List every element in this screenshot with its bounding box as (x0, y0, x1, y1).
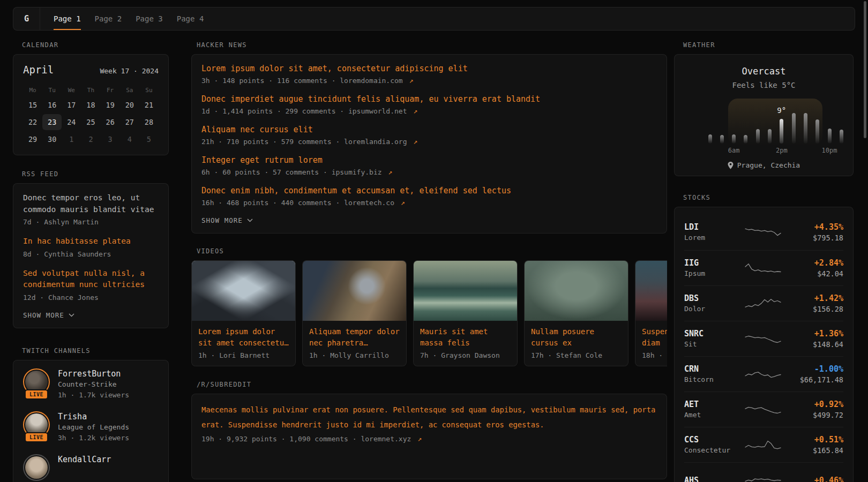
calendar-day[interactable]: 26 (101, 114, 120, 130)
stock-row-ahs[interactable]: AHS+0.46% (684, 462, 843, 482)
stock-symbol: AET (684, 399, 744, 410)
stock-id: DBSDolor (684, 293, 744, 314)
calendar-day[interactable]: 3 (101, 131, 120, 147)
video-card[interactable]: Suspendissediam18h · Tara (635, 260, 667, 366)
calendar-day[interactable]: 25 (81, 114, 100, 130)
rss-show-more-button[interactable]: SHOW MORE (23, 311, 159, 319)
show-more-label: SHOW MORE (23, 311, 64, 319)
videos-row: Lorem ipsum dolorsit amet consectetu…1h … (191, 260, 667, 366)
calendar-day[interactable]: 1 (62, 131, 81, 147)
stock-row-aet[interactable]: AETAmet+0.92%$499.72 (684, 391, 843, 427)
hn-show-more-button[interactable]: SHOW MORE (201, 216, 657, 224)
hn-item-meta: 21h · 710 points · 579 comments · loreml… (201, 137, 657, 147)
calendar-day[interactable]: 24 (62, 114, 81, 130)
video-thumbnail-concrete-towers-sky-cross (192, 261, 295, 321)
calendar-day[interactable]: 5 (139, 131, 159, 147)
calendar-day[interactable]: 28 (139, 114, 159, 130)
calendar-day-selected[interactable]: 23 (42, 114, 62, 130)
calendar-day[interactable]: 30 (42, 131, 62, 147)
hn-item-title[interactable]: Donec imperdiet augue tincidunt felis al… (201, 94, 657, 104)
calendar-section-title: CALENDAR (22, 42, 169, 49)
twitch-channel-name[interactable]: Trisha (58, 411, 129, 422)
twitch-section-title: TWITCH CHANNELS (22, 348, 169, 355)
video-card[interactable]: Lorem ipsum dolorsit amet consectetu…1h … (191, 260, 296, 366)
calendar-day[interactable]: 27 (120, 114, 139, 130)
calendar-day[interactable]: 29 (23, 131, 42, 147)
tab-page-1[interactable]: Page 1 (54, 7, 81, 30)
stock-row-dbs[interactable]: DBSDolor+1.42%$156.28 (684, 285, 843, 321)
stock-name: Dolor (684, 304, 744, 314)
calendar-grid: MoTuWeThFrSaSu15161718192021222324252627… (23, 84, 159, 147)
video-title[interactable]: Suspendissediam (642, 326, 667, 349)
stock-row-ccs[interactable]: CCSConsectetur+0.51%$165.84 (684, 427, 843, 462)
video-meta: 7h · Grayson Dawson (420, 351, 511, 359)
twitch-channel-game: Counter-Strike (58, 379, 129, 390)
video-card[interactable]: Mauris sit ametmassa felis7h · Grayson D… (413, 260, 518, 366)
external-link-icon[interactable]: ↗ (409, 138, 418, 146)
stock-name: Lorem (684, 232, 744, 243)
tab-page-3[interactable]: Page 3 (136, 7, 163, 30)
stock-row-snrc[interactable]: SNRCSit+1.36%$148.64 (684, 321, 843, 356)
twitch-avatar-wrap: LIVE (23, 411, 50, 441)
tab-page-2[interactable]: Page 2 (95, 7, 122, 30)
calendar-day[interactable]: 15 (23, 97, 42, 113)
video-card-body: Suspendissediam18h · Tara (635, 321, 667, 366)
reddit-item-title[interactable]: Maecenas mollis pulvinar erat non posuer… (201, 403, 657, 432)
external-link-icon[interactable]: ↗ (384, 168, 393, 176)
video-card[interactable]: Nullam posuerecursus ex17h · Stefan Cole (524, 260, 628, 366)
rss-item-title[interactable]: In hac habitasse platea (23, 236, 159, 247)
video-card-body: Lorem ipsum dolorsit amet consectetu…1h … (192, 321, 295, 366)
rss-item-title[interactable]: Sed volutpat nulla nisl, a condimentum n… (23, 268, 159, 291)
weather-axis-tick: 10pm (822, 147, 837, 154)
weather-axis-tick: 2pm (776, 147, 788, 154)
stock-sparkline (744, 225, 782, 240)
rss-card: Donec tempor eros leo, ut commodo mauris… (13, 183, 169, 328)
rss-item-title[interactable]: Donec tempor eros leo, ut commodo mauris… (23, 192, 159, 215)
calendar-day[interactable]: 2 (81, 131, 100, 147)
hn-item-title[interactable]: Integer eget rutrum lorem (201, 155, 657, 165)
tab-page-4[interactable]: Page 4 (177, 7, 204, 30)
stock-price: $156.28 (813, 304, 843, 314)
calendar-day[interactable]: 22 (23, 114, 42, 130)
video-title[interactable]: Lorem ipsum dolorsit amet consectetu… (198, 326, 289, 349)
calendar-day[interactable]: 19 (101, 97, 120, 113)
calendar-day[interactable]: 18 (81, 97, 100, 113)
hn-item-title[interactable]: Aliquam nec cursus elit (201, 124, 657, 135)
stock-values: +1.42%$156.28 (813, 293, 843, 314)
hn-item-title[interactable]: Lorem ipsum dolor sit amet, consectetur … (201, 63, 657, 74)
external-link-icon[interactable]: ↗ (409, 107, 418, 115)
stock-row-ldi[interactable]: LDILorem+4.35%$795.18 (684, 215, 843, 250)
stock-row-iig[interactable]: IIGIpsum+2.84%$42.04 (684, 250, 843, 285)
external-link-icon[interactable]: ↗ (413, 435, 422, 443)
external-link-icon[interactable]: ↗ (405, 77, 414, 85)
video-thumbnail-hands-holding-camera (303, 261, 406, 321)
stock-symbol: IIG (684, 258, 744, 268)
hackernews-card: Lorem ipsum dolor sit amet, consectetur … (191, 54, 667, 234)
twitch-channel-name[interactable]: ForrestBurton (58, 368, 129, 379)
stock-change: +1.42% (813, 293, 843, 304)
video-title[interactable]: Mauris sit ametmassa felis (420, 326, 511, 349)
twitch-channel-row[interactable]: KendallCarr (23, 454, 159, 482)
calendar-day[interactable]: 4 (120, 131, 139, 147)
rss-item-meta: 7d · Ashlyn Martin (23, 217, 159, 227)
stock-row-crn[interactable]: CRNBitcorn-1.00%$66,171.48 (684, 356, 843, 391)
video-card[interactable]: Aliquam tempor dolornec pharetra…1h · Mo… (302, 260, 407, 366)
twitch-channel-row[interactable]: LIVETrishaLeague of Legends3h · 1.2k vie… (23, 411, 159, 443)
calendar-day[interactable]: 16 (42, 97, 62, 113)
twitch-channel-row[interactable]: LIVEForrestBurtonCounter-Strike1h · 1.7k… (23, 368, 159, 401)
app-logo[interactable]: G (13, 7, 40, 30)
twitch-channel-meta: 3h · 1.2k viewers (58, 433, 129, 443)
video-title[interactable]: Aliquam tempor dolornec pharetra… (309, 326, 400, 349)
hn-item-title[interactable]: Donec enim nibh, condimentum et accumsan… (201, 185, 657, 196)
twitch-channel-name[interactable]: KendallCarr (58, 454, 111, 465)
video-title[interactable]: Nullam posuerecursus ex (531, 326, 622, 349)
calendar-day[interactable]: 20 (120, 97, 139, 113)
video-thumbnail-canoe-foggy-lake (525, 261, 628, 321)
stock-price: $66,171.48 (800, 374, 843, 385)
calendar-day[interactable]: 21 (139, 97, 159, 113)
calendar-day-header: Mo (23, 84, 42, 96)
hn-item: Aliquam nec cursus elit21h · 710 points … (201, 124, 657, 147)
calendar-day[interactable]: 17 (62, 97, 81, 113)
external-link-icon[interactable]: ↗ (396, 199, 405, 207)
page-scrollbar-thumb[interactable] (864, 1, 866, 138)
